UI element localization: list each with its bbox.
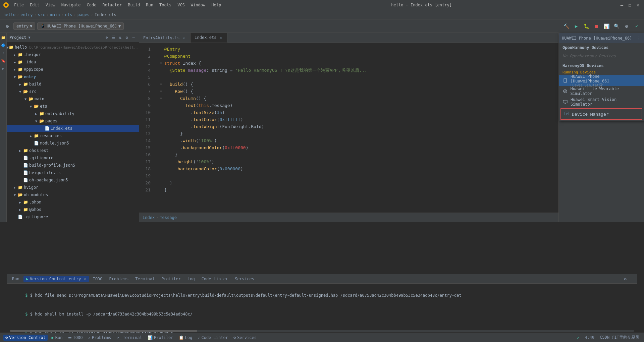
status-todo[interactable]: ☰ TODO: [67, 335, 84, 341]
tree-item-hvigor[interactable]: ▶ 📁 .hvigor: [7, 51, 139, 58]
tab-terminal[interactable]: Terminal: [132, 276, 157, 282]
dd-huawei-lite[interactable]: Huawei Lite Wearable Simulator: [559, 86, 644, 97]
fold-10[interactable]: [158, 109, 164, 116]
locate-icon[interactable]: ⊕: [104, 35, 109, 40]
tab-run[interactable]: ▶ Version Control entry ✕: [23, 276, 89, 282]
tree-item-hvigor2[interactable]: ▶ 📁 hvigor: [7, 184, 139, 191]
tab-problems[interactable]: Problems: [107, 276, 131, 282]
sidebar-bookmark-icon[interactable]: 🔖: [0, 58, 6, 64]
status-log[interactable]: 📋 Log: [177, 335, 194, 341]
tab-services[interactable]: Services: [232, 276, 257, 282]
menu-run[interactable]: Run: [143, 2, 156, 8]
tab-entryability-close[interactable]: ✕: [181, 36, 186, 40]
close-button[interactable]: ✕: [635, 2, 641, 8]
fold-6[interactable]: ▼: [158, 81, 164, 88]
tree-item-indexets[interactable]: 📄 Index.ets: [7, 125, 139, 132]
fold-15[interactable]: [158, 144, 164, 151]
dd-huawei-phone[interactable]: HUAWEI Phone [HuaweiPhone_66] Huawei Sim…: [559, 75, 644, 86]
breadcrumb-ets[interactable]: ets: [65, 12, 72, 17]
run-scrollbar-thumb[interactable]: [10, 330, 197, 332]
menu-window[interactable]: Window: [188, 2, 208, 8]
tab-codelinter[interactable]: Code Linter: [199, 276, 231, 282]
tree-item-main[interactable]: ▼ 📂 main: [7, 95, 139, 103]
gear-icon[interactable]: ⚙: [124, 35, 129, 40]
eb-message[interactable]: message: [160, 215, 177, 220]
sidebar-vcs-icon[interactable]: ↕: [0, 50, 6, 56]
run-button[interactable]: ▶: [572, 22, 580, 30]
fold-5[interactable]: [158, 74, 164, 81]
tab-log[interactable]: Log: [185, 276, 198, 282]
menu-build[interactable]: Build: [125, 2, 143, 8]
check-button[interactable]: ✓: [633, 22, 641, 30]
tab-profiler[interactable]: Profiler: [159, 276, 183, 282]
tree-item-ohpackage[interactable]: 📄 oh-package.json5: [7, 176, 139, 184]
status-profiler[interactable]: 📊 Profiler: [146, 335, 175, 341]
dd-more-icon[interactable]: ⋮: [637, 36, 641, 41]
minimize-panel-icon[interactable]: —: [131, 35, 136, 40]
tree-item-idea[interactable]: ▶ 📁 .idea: [7, 58, 139, 66]
maximize-button[interactable]: ❐: [627, 2, 633, 8]
status-services[interactable]: ⚙ Services: [232, 335, 258, 341]
fold-1[interactable]: [158, 46, 164, 53]
fold-18[interactable]: [158, 165, 164, 172]
menu-view[interactable]: View: [43, 2, 58, 8]
settings-button[interactable]: ⚙: [623, 22, 631, 30]
menu-refactor[interactable]: Refactor: [100, 2, 124, 8]
tab-entryability[interactable]: EntryAbility.ts ✕: [139, 33, 191, 43]
tab-todo[interactable]: TODO: [90, 276, 105, 282]
tree-item-ohpm[interactable]: ▶ 📁 .ohpm: [7, 198, 139, 206]
sort-icon[interactable]: ⇅: [117, 35, 123, 40]
tree-item-hvigorfile[interactable]: 📄 hvigorfile.ts: [7, 169, 139, 176]
tree-item-modulejson[interactable]: 📄 module.json5: [7, 139, 139, 147]
code-content[interactable]: @Entry @Component ▼struct Index { @State…: [154, 43, 558, 213]
fold-12[interactable]: [158, 123, 164, 130]
sidebar-project-icon[interactable]: 📁: [0, 35, 6, 41]
fold-13[interactable]: [158, 130, 164, 137]
tree-item-appscope[interactable]: ▶ 📁 AppScope: [7, 66, 139, 73]
status-run[interactable]: ▶ Run: [50, 335, 64, 341]
breadcrumb-hello[interactable]: hello: [3, 12, 15, 17]
menu-help[interactable]: Help: [209, 2, 224, 8]
minimize-button[interactable]: —: [619, 2, 625, 8]
menu-file[interactable]: File: [11, 2, 26, 8]
fold-20[interactable]: [158, 179, 164, 186]
fold-19[interactable]: [158, 172, 164, 179]
tree-item-buildprofile2[interactable]: 📄 build-profile.json5: [7, 221, 139, 222]
tree-item-hello[interactable]: ▼ 📁 hello D:\ProgramData\Huawei\DevEcoSt…: [7, 44, 139, 51]
collapse-icon[interactable]: ☰: [111, 35, 116, 40]
menu-code[interactable]: Code: [84, 2, 99, 8]
tree-item-src[interactable]: ▼ 📂 src: [7, 88, 139, 95]
tree-item-ohos[interactable]: ▶ 📁 @ohos: [7, 206, 139, 213]
fold-4[interactable]: [158, 67, 164, 74]
fold-17[interactable]: [158, 158, 164, 165]
tab-indexets-close[interactable]: ✕: [218, 35, 223, 40]
dd-device-manager[interactable]: Device Manager: [560, 108, 642, 120]
fold-7[interactable]: ▼: [158, 88, 164, 95]
breadcrumb-main[interactable]: main: [50, 12, 60, 17]
fold-3[interactable]: ▼: [158, 60, 164, 67]
menu-tools[interactable]: Tools: [157, 2, 174, 8]
tree-item-ohmodules[interactable]: ▼ 📂 oh_modules: [7, 191, 139, 198]
device-selector[interactable]: 📱 HUAWEI Phone [HuaweiPhone_66] ▼: [37, 22, 124, 30]
project-dropdown-arrow[interactable]: ▼: [29, 36, 31, 39]
debug-button[interactable]: 🐛: [582, 22, 590, 30]
tree-item-gitignore[interactable]: 📄 .gitignore: [7, 154, 139, 162]
fold-9[interactable]: [158, 102, 164, 109]
run-scrollbar[interactable]: [10, 330, 634, 332]
tree-item-buildprofile[interactable]: 📄 build-profile.json5: [7, 162, 139, 169]
run-tab-close[interactable]: ✕: [84, 277, 86, 281]
tree-item-ets[interactable]: ▼ 📂 ets: [7, 103, 139, 110]
status-version-control[interactable]: ⚙ Version Control: [3, 335, 48, 341]
status-terminal[interactable]: >_ Terminal: [115, 335, 143, 341]
eb-index[interactable]: Index: [143, 215, 155, 220]
settings-toolbar-btn[interactable]: ⚙: [3, 22, 11, 30]
tree-item-build[interactable]: ▶ 📁 build: [7, 80, 139, 88]
stop-button[interactable]: ■: [592, 22, 600, 30]
status-codelinter[interactable]: ✓ Code Linter: [196, 335, 229, 341]
fold-21[interactable]: [158, 186, 164, 193]
profile-button[interactable]: 📊: [602, 22, 610, 30]
menu-navigate[interactable]: Navigate: [59, 2, 84, 8]
fold-16[interactable]: [158, 151, 164, 158]
status-problems[interactable]: ⚠ Problems: [87, 335, 112, 341]
search-button[interactable]: 🔍: [612, 22, 621, 30]
